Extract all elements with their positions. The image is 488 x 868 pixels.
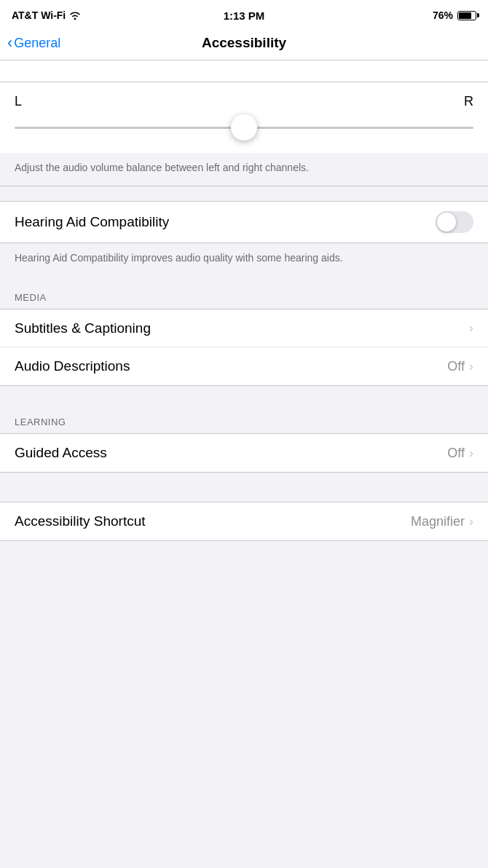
subtitles-captioning-right: › — [469, 320, 473, 336]
spacer-4 — [0, 487, 488, 502]
status-right: 76% — [433, 9, 476, 21]
back-label: General — [14, 36, 60, 51]
spacer-3 — [0, 473, 488, 487]
battery-percent: 76% — [433, 9, 453, 21]
guided-access-row[interactable]: Guided Access Off › — [0, 434, 488, 472]
slider-track — [15, 127, 473, 129]
audio-descriptions-value: Off — [447, 359, 465, 374]
hearing-aid-row[interactable]: Hearing Aid Compatibility — [0, 202, 488, 242]
balance-description: Adjust the audio volume balance between … — [0, 153, 488, 186]
slider-thumb[interactable] — [231, 114, 257, 141]
hearing-aid-label: Hearing Aid Compatibility — [15, 214, 169, 230]
page-title: Accessibility — [202, 35, 286, 51]
status-bar: AT&T Wi-Fi 1:13 PM 76% — [0, 0, 488, 29]
right-label: R — [464, 94, 473, 109]
wifi-icon — [69, 9, 81, 22]
hearing-aid-description: Hearing Aid Compatibility improves audio… — [0, 243, 488, 276]
chevron-right-icon: › — [469, 320, 473, 336]
accessibility-shortcut-right: Magnifier › — [411, 514, 473, 529]
guided-access-value: Off — [447, 446, 465, 461]
spacer-2 — [0, 386, 488, 401]
audio-balance-section: L R — [0, 82, 488, 153]
carrier-label: AT&T Wi-Fi — [12, 9, 66, 21]
audio-descriptions-row[interactable]: Audio Descriptions Off › — [0, 347, 488, 385]
accessibility-shortcut-row[interactable]: Accessibility Shortcut Magnifier › — [0, 502, 488, 540]
chevron-right-icon-3: › — [469, 446, 473, 461]
balance-labels: L R — [15, 94, 473, 109]
hearing-aid-toggle[interactable] — [436, 211, 473, 233]
spacer-1 — [0, 186, 488, 201]
audio-descriptions-right: Off › — [447, 359, 473, 374]
back-chevron-icon: ‹ — [7, 35, 12, 51]
subtitles-captioning-label: Subtitles & Captioning — [15, 320, 151, 336]
battery-icon — [457, 11, 476, 20]
bottom-spacer — [0, 541, 488, 585]
media-section-header: MEDIA — [0, 276, 488, 309]
media-section-group: Subtitles & Captioning › Audio Descripti… — [0, 309, 488, 386]
back-button[interactable]: ‹ General — [7, 36, 60, 51]
toggle-knob — [437, 213, 456, 232]
accessibility-shortcut-label: Accessibility Shortcut — [15, 513, 146, 529]
audio-descriptions-label: Audio Descriptions — [15, 358, 130, 374]
learning-section-header: LEARNING — [0, 401, 488, 433]
guided-access-right: Off › — [447, 446, 473, 461]
nav-bar: ‹ General Accessibility — [0, 29, 488, 60]
accessibility-shortcut-value: Magnifier — [411, 514, 465, 529]
accessibility-shortcut-group: Accessibility Shortcut Magnifier › — [0, 502, 488, 541]
chevron-right-icon-4: › — [469, 514, 473, 529]
balance-slider[interactable] — [15, 117, 473, 138]
hearing-aid-group: Hearing Aid Compatibility — [0, 201, 488, 243]
partial-scroll-row — [0, 60, 488, 82]
left-label: L — [15, 94, 22, 109]
guided-access-label: Guided Access — [15, 445, 107, 461]
chevron-right-icon-2: › — [469, 359, 473, 374]
learning-section-group: Guided Access Off › — [0, 433, 488, 473]
status-left: AT&T Wi-Fi — [12, 9, 81, 22]
time-display: 1:13 PM — [224, 9, 265, 22]
subtitles-captioning-row[interactable]: Subtitles & Captioning › — [0, 309, 488, 347]
